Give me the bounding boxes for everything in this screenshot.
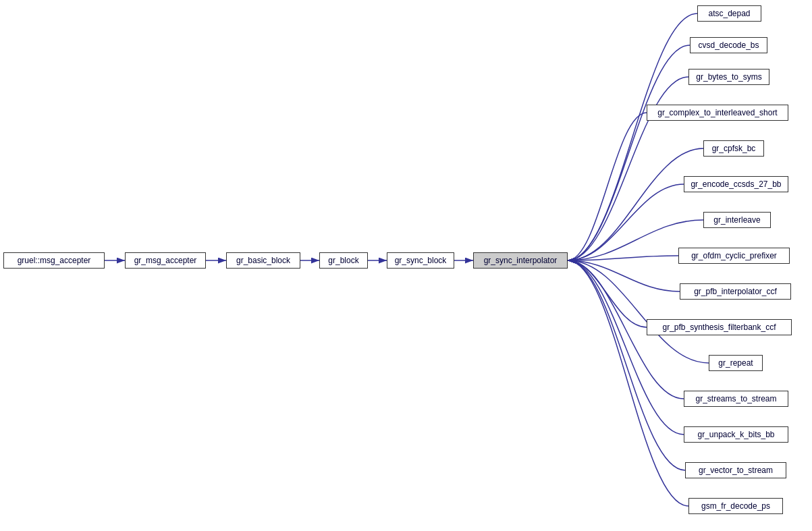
node-gr_sync_interpolator: gr_sync_interpolator — [473, 252, 568, 269]
node-gr_encode_ccsds_27_bb: gr_encode_ccsds_27_bb — [684, 176, 788, 192]
node-gr_complex_to_interleaved_short: gr_complex_to_interleaved_short — [647, 105, 788, 121]
node-gr_streams_to_stream: gr_streams_to_stream — [684, 391, 788, 407]
node-gr_ofdm_cyclic_prefixer: gr_ofdm_cyclic_prefixer — [678, 248, 790, 264]
node-gr_sync_block: gr_sync_block — [387, 252, 454, 269]
node-gr_block: gr_block — [319, 252, 368, 269]
diagram-container: gruel::msg_acceptergr_msg_acceptergr_bas… — [0, 0, 812, 531]
node-gr_vector_to_stream: gr_vector_to_stream — [685, 462, 786, 478]
node-gr_bytes_to_syms: gr_bytes_to_syms — [688, 69, 769, 85]
node-gr_repeat: gr_repeat — [709, 355, 763, 371]
node-gr_msg_accepter: gr_msg_accepter — [125, 252, 206, 269]
node-gruel_msg_accepter: gruel::msg_accepter — [3, 252, 105, 269]
node-gr_unpack_k_bits_bb: gr_unpack_k_bits_bb — [684, 426, 788, 443]
node-gr_pfb_synthesis_filterbank_ccf: gr_pfb_synthesis_filterbank_ccf — [647, 319, 792, 335]
node-gr_interleave: gr_interleave — [703, 212, 771, 228]
node-cvsd_decode_bs: cvsd_decode_bs — [690, 37, 767, 53]
node-gr_basic_block: gr_basic_block — [226, 252, 300, 269]
node-gr_cpfsk_bc: gr_cpfsk_bc — [703, 140, 764, 157]
node-gsm_fr_decode_ps: gsm_fr_decode_ps — [688, 498, 783, 514]
node-gr_pfb_interpolator_ccf: gr_pfb_interpolator_ccf — [680, 283, 791, 300]
node-atsc_depad: atsc_depad — [697, 5, 761, 22]
